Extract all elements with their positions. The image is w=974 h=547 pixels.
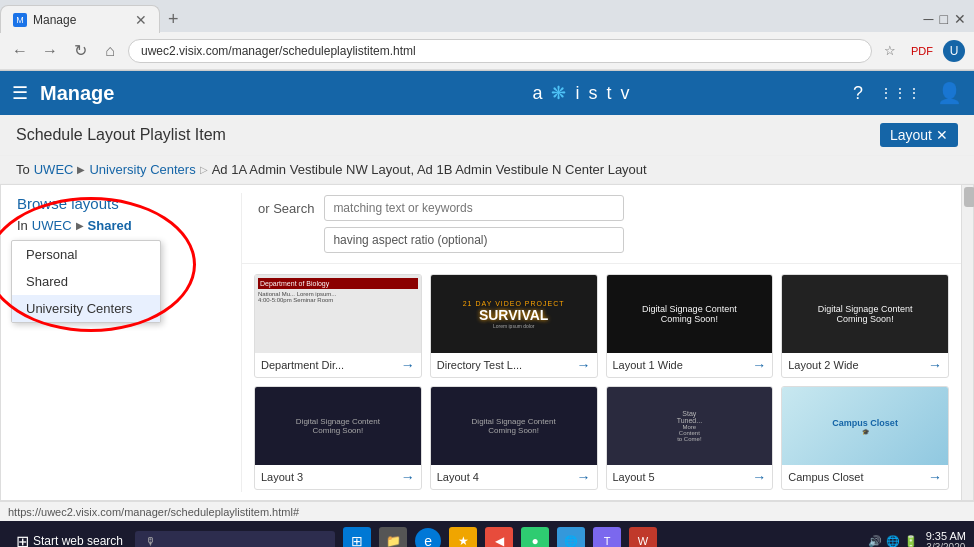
grid-item-name-6: Layout 4 bbox=[437, 471, 479, 483]
browse-uwec-link[interactable]: UWEC bbox=[32, 218, 72, 233]
grid-item-arrow-1[interactable]: → bbox=[401, 357, 415, 373]
forward-button[interactable]: → bbox=[38, 39, 62, 63]
scrollbar[interactable] bbox=[961, 185, 973, 500]
grid-item-1: Department of Biology National Mu... Lor… bbox=[254, 274, 422, 378]
thumb-coming-1: Digital Signage ContentComing Soon! bbox=[607, 275, 773, 353]
tab-bar: M Manage ✕ + ─ □ ✕ bbox=[0, 0, 974, 32]
browser-tab[interactable]: M Manage ✕ bbox=[0, 5, 160, 33]
speaker-icon[interactable]: 🔊 bbox=[868, 535, 882, 548]
taskbar: ⊞ Start web search 🎙 ⊞ 📁 e ★ ◀ ● 🌐 T W bbox=[0, 521, 974, 547]
taskbar-icon-edge[interactable]: e bbox=[415, 528, 441, 547]
layout-close-icon[interactable]: ✕ bbox=[936, 127, 948, 143]
taskbar-icon-5[interactable]: ● bbox=[521, 527, 549, 547]
taskbar-right: 🔊 🌐 🔋 9:35 AM 3/3/2020 bbox=[868, 530, 966, 548]
grid-label-5: Layout 3 → bbox=[255, 465, 421, 489]
pdf-icon[interactable]: PDF bbox=[910, 39, 934, 63]
grid-item-name-4: Layout 2 Wide bbox=[788, 359, 858, 371]
thumb-coming-2: Digital Signage ContentComing Soon! bbox=[782, 275, 948, 353]
maximize-button[interactable]: □ bbox=[940, 11, 948, 27]
breadcrumb-sep1: ▶ bbox=[77, 164, 85, 175]
nav-icons: ☆ PDF U bbox=[878, 39, 966, 63]
home-button[interactable]: ⌂ bbox=[98, 39, 122, 63]
browse-left: Browse layouts In UWEC ▶ Shared Personal… bbox=[1, 185, 241, 500]
thumb-coming-5: Stay Tuned... MoreContentto Come! bbox=[607, 387, 773, 465]
grid-label-1: Department Dir... → bbox=[255, 353, 421, 377]
breadcrumb-to: To bbox=[16, 162, 30, 177]
app-header: ☰ Manage a ❋ i s t v ? ⋮⋮⋮ 👤 bbox=[0, 71, 974, 115]
battery-icon[interactable]: 🔋 bbox=[904, 535, 918, 548]
tab-close-button[interactable]: ✕ bbox=[135, 12, 147, 28]
taskbar-icon-3[interactable]: ★ bbox=[449, 527, 477, 547]
dropdown-item-university-centers[interactable]: University Centers bbox=[12, 295, 160, 322]
close-button[interactable]: ✕ bbox=[954, 11, 966, 27]
browse-arrow: ▶ bbox=[76, 220, 84, 231]
app-logo: a ❋ i s t v bbox=[311, 82, 853, 104]
thumb-survival: 21 DAY VIDEO PROJECT SURVIVAL Lorem ipsu… bbox=[431, 275, 597, 353]
search-input[interactable] bbox=[324, 195, 624, 221]
grid-label-7: Layout 5 → bbox=[607, 465, 773, 489]
browse-dropdown: Personal Shared University Centers bbox=[11, 240, 161, 323]
taskbar-icon-6[interactable]: 🌐 bbox=[557, 527, 585, 547]
taskbar-search-bar[interactable]: 🎙 bbox=[135, 531, 335, 547]
address-bar[interactable]: uwec2.visix.com/manager/scheduleplaylist… bbox=[128, 39, 872, 63]
page-header: Schedule Layout Playlist Item Layout ✕ bbox=[0, 115, 974, 156]
user-profile-icon[interactable]: U bbox=[942, 39, 966, 63]
sys-tray-icons: 🔊 🌐 🔋 bbox=[868, 535, 918, 548]
user-account-icon[interactable]: 👤 bbox=[937, 81, 962, 105]
start-button[interactable]: ⊞ Start web search bbox=[8, 528, 131, 548]
taskbar-icon-2[interactable]: 📁 bbox=[379, 527, 407, 547]
taskbar-icon-4[interactable]: ◀ bbox=[485, 527, 513, 547]
grid-label-3: Layout 1 Wide → bbox=[607, 353, 773, 377]
search-container: having aspect ratio (optional)16:9 (Wide… bbox=[324, 195, 624, 253]
grid-label-4: Layout 2 Wide → bbox=[782, 353, 948, 377]
refresh-button[interactable]: ↻ bbox=[68, 39, 92, 63]
taskbar-icon-7[interactable]: T bbox=[593, 527, 621, 547]
apps-grid-icon[interactable]: ⋮⋮⋮ bbox=[879, 85, 921, 101]
windows-icon: ⊞ bbox=[16, 532, 29, 548]
back-button[interactable]: ← bbox=[8, 39, 32, 63]
right-panel: or Search having aspect ratio (optional)… bbox=[242, 185, 961, 500]
layout-grid: Department of Biology National Mu... Lor… bbox=[242, 264, 961, 500]
aspect-ratio-select[interactable]: having aspect ratio (optional)16:9 (Wide… bbox=[324, 227, 624, 253]
grid-item-arrow-7[interactable]: → bbox=[752, 469, 766, 485]
grid-item-arrow-3[interactable]: → bbox=[752, 357, 766, 373]
bookmark-icon[interactable]: ☆ bbox=[878, 39, 902, 63]
date-display: 3/3/2020 bbox=[926, 542, 966, 548]
grid-item-arrow-5[interactable]: → bbox=[401, 469, 415, 485]
help-icon[interactable]: ? bbox=[853, 83, 863, 104]
grid-item-name-1: Department Dir... bbox=[261, 359, 344, 371]
layout-badge: Layout ✕ bbox=[880, 123, 958, 147]
grid-item-7: Stay Tuned... MoreContentto Come! Layout… bbox=[606, 386, 774, 490]
app-title: Manage bbox=[40, 82, 311, 105]
breadcrumb-university-centers[interactable]: University Centers bbox=[89, 162, 195, 177]
hamburger-menu-icon[interactable]: ☰ bbox=[12, 82, 28, 104]
taskbar-icon-8[interactable]: W bbox=[629, 527, 657, 547]
grid-label-8: Campus Closet → bbox=[782, 465, 948, 489]
taskbar-icon-1[interactable]: ⊞ bbox=[343, 527, 371, 547]
grid-item-name-5: Layout 3 bbox=[261, 471, 303, 483]
grid-label-6: Layout 4 → bbox=[431, 465, 597, 489]
minimize-button[interactable]: ─ bbox=[924, 11, 934, 27]
breadcrumb-uwec[interactable]: UWEC bbox=[34, 162, 74, 177]
thumb-dept: Department of Biology National Mu... Lor… bbox=[255, 275, 421, 353]
scrollbar-thumb[interactable] bbox=[964, 187, 974, 207]
browse-shared-link[interactable]: Shared bbox=[88, 218, 132, 233]
grid-item-arrow-2[interactable]: → bbox=[577, 357, 591, 373]
dropdown-item-shared[interactable]: Shared bbox=[12, 268, 160, 295]
grid-item-name-3: Layout 1 Wide bbox=[613, 359, 683, 371]
page-title: Schedule Layout Playlist Item bbox=[16, 126, 226, 144]
network-icon[interactable]: 🌐 bbox=[886, 535, 900, 548]
grid-item-arrow-8[interactable]: → bbox=[928, 469, 942, 485]
time-display: 9:35 AM bbox=[926, 530, 966, 542]
grid-item-arrow-4[interactable]: → bbox=[928, 357, 942, 373]
thumb-coming-4: Digital Signage ContentComing Soon! bbox=[431, 387, 597, 465]
dropdown-item-personal[interactable]: Personal bbox=[12, 241, 160, 268]
status-bar: https://uwec2.visix.com/manager/schedule… bbox=[0, 501, 974, 521]
browse-title: Browse layouts bbox=[17, 195, 225, 212]
nav-bar: ← → ↻ ⌂ uwec2.visix.com/manager/schedule… bbox=[0, 32, 974, 70]
grid-label-2: Directory Test L... → bbox=[431, 353, 597, 377]
taskbar-app-icons: ⊞ 📁 e ★ ◀ ● 🌐 T W bbox=[343, 527, 657, 547]
clock: 9:35 AM 3/3/2020 bbox=[926, 530, 966, 548]
new-tab-button[interactable]: + bbox=[160, 9, 187, 30]
grid-item-arrow-6[interactable]: → bbox=[577, 469, 591, 485]
